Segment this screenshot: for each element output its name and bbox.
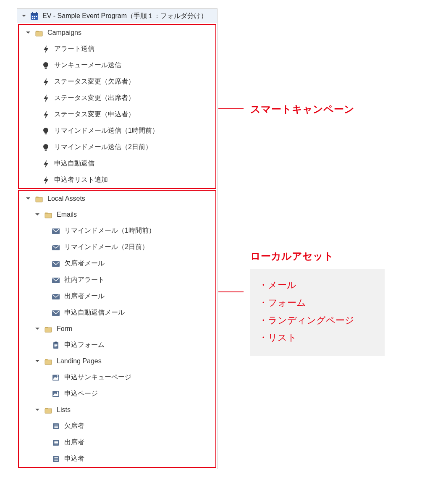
lp-item[interactable]: 申込ページ <box>19 386 215 402</box>
chevron-down-icon <box>35 326 40 331</box>
emails-folder[interactable]: Emails <box>19 207 215 223</box>
anno-bullet: ・ランディングページ <box>259 312 375 329</box>
chevron-down-icon <box>35 212 40 217</box>
calendar-icon <box>30 11 39 21</box>
folder-label: Form <box>57 325 72 333</box>
folder-icon <box>44 406 52 414</box>
campaign-item[interactable]: ステータス変更（申込者） <box>19 106 215 123</box>
campaign-item[interactable]: アラート送信 <box>19 41 215 57</box>
campaign-item[interactable]: リマインドメール送信（2日前） <box>19 139 215 155</box>
folder-icon <box>44 325 52 333</box>
list-label: 欠席者 <box>64 422 84 430</box>
lists-folder[interactable]: Lists <box>19 402 215 418</box>
leader-line <box>218 291 244 292</box>
program-title: EV - Sample Event Program（手順１：フォルダ分け） <box>42 12 207 21</box>
campaign-label: リマインドメール送信（2日前） <box>54 143 152 152</box>
folder-label: Campaigns <box>47 29 81 37</box>
mail-icon <box>52 227 60 235</box>
chevron-down-icon <box>26 196 31 201</box>
bolt-icon <box>42 45 50 53</box>
local-assets-group: Local Assets Emails リマインドメール（1時間前） リマインド… <box>18 190 216 468</box>
chevron-down-icon <box>26 30 31 35</box>
email-item[interactable]: 申込自動返信メール <box>19 304 215 321</box>
campaign-label: アラート送信 <box>54 45 94 53</box>
lp-item[interactable]: 申込サンキューページ <box>19 369 215 386</box>
campaign-label: 申込自動返信 <box>54 159 94 168</box>
folder-label: Local Assets <box>47 195 85 202</box>
bulb-icon <box>42 61 50 70</box>
list-item[interactable]: 申込者 <box>19 451 215 467</box>
campaign-item[interactable]: ステータス変更（欠席者） <box>19 74 215 90</box>
campaign-item[interactable]: 申込自動返信 <box>19 155 215 172</box>
email-item[interactable]: リマインドメール（2日前） <box>19 239 215 255</box>
campaign-item[interactable]: サンキューメール送信 <box>19 57 215 74</box>
campaign-label: ステータス変更（出席者） <box>54 94 135 102</box>
email-label: リマインドメール（2日前） <box>64 243 149 252</box>
folder-icon <box>35 29 43 37</box>
leader-line <box>218 108 244 109</box>
campaign-label: ステータス変更（申込者） <box>54 110 135 119</box>
bolt-icon <box>42 176 50 184</box>
anno-bullet-box: ・メール ・フォーム ・ランディングページ ・リスト <box>250 269 385 356</box>
program-root-row[interactable]: EV - Sample Event Program（手順１：フォルダ分け） <box>17 9 217 23</box>
anno-bullet: ・フォーム <box>259 294 375 312</box>
email-label: 出席者メール <box>64 292 105 301</box>
campaign-label: 申込者リスト追加 <box>54 176 108 184</box>
campaign-label: リマインドメール送信（1時間前） <box>54 126 159 135</box>
form-folder[interactable]: Form <box>19 321 215 337</box>
landing-pages-folder[interactable]: Landing Pages <box>19 353 215 369</box>
anno-bullet: ・リスト <box>259 329 375 346</box>
campaign-label: ステータス変更（欠席者） <box>54 77 135 86</box>
mail-icon <box>52 309 60 317</box>
folder-label: Emails <box>57 211 77 218</box>
lp-label: 申込ページ <box>64 389 98 398</box>
email-item[interactable]: 社内アラート <box>19 272 215 288</box>
folder-icon <box>44 357 52 365</box>
list-item[interactable]: 欠席者 <box>19 418 215 434</box>
anno-local-asset: ローカルアセット <box>250 249 334 263</box>
folder-label: Landing Pages <box>57 357 102 365</box>
folder-icon <box>35 194 43 203</box>
campaign-item[interactable]: 申込者リスト追加 <box>19 172 215 188</box>
chevron-down-icon <box>21 13 26 18</box>
chevron-down-icon <box>35 407 40 412</box>
email-item[interactable]: 出席者メール <box>19 288 215 304</box>
email-item[interactable]: 欠席者メール <box>19 255 215 272</box>
list-label: 出席者 <box>64 438 84 447</box>
local-assets-folder[interactable]: Local Assets <box>19 191 215 207</box>
mail-icon <box>52 292 60 301</box>
form-item[interactable]: 申込フォーム <box>19 337 215 353</box>
campaign-label: サンキューメール送信 <box>54 61 121 70</box>
campaign-item[interactable]: ステータス変更（出席者） <box>19 90 215 106</box>
anno-bullet: ・メール <box>259 276 375 294</box>
chevron-down-icon <box>35 359 40 364</box>
lp-label: 申込サンキューページ <box>64 373 131 382</box>
bolt-icon <box>42 94 50 102</box>
bulb-icon <box>42 143 50 152</box>
list-icon <box>52 422 60 430</box>
email-item[interactable]: リマインドメール（1時間前） <box>19 223 215 239</box>
page-icon <box>52 373 60 382</box>
bolt-icon <box>42 78 50 86</box>
campaign-item[interactable]: リマインドメール送信（1時間前） <box>19 123 215 139</box>
email-label: 欠席者メール <box>64 259 105 268</box>
bolt-icon <box>42 160 50 168</box>
list-icon <box>52 455 60 463</box>
bulb-icon <box>42 127 50 135</box>
mail-icon <box>52 260 60 268</box>
page-icon <box>52 390 60 398</box>
form-label: 申込フォーム <box>64 341 105 349</box>
email-label: 申込自動返信メール <box>64 308 125 317</box>
bolt-icon <box>42 110 50 119</box>
tree-panel: EV - Sample Event Program（手順１：フォルダ分け） Ca… <box>17 8 218 469</box>
campaigns-folder[interactable]: Campaigns <box>19 25 215 41</box>
list-icon <box>52 438 60 447</box>
clipboard-icon <box>52 341 60 349</box>
folder-label: Lists <box>57 406 71 414</box>
list-item[interactable]: 出席者 <box>19 434 215 451</box>
email-label: 社内アラート <box>64 276 105 284</box>
anno-smart-campaign: スマートキャンペーン <box>250 102 354 116</box>
mail-icon <box>52 276 60 284</box>
email-label: リマインドメール（1時間前） <box>64 226 155 235</box>
list-label: 申込者 <box>64 454 84 463</box>
